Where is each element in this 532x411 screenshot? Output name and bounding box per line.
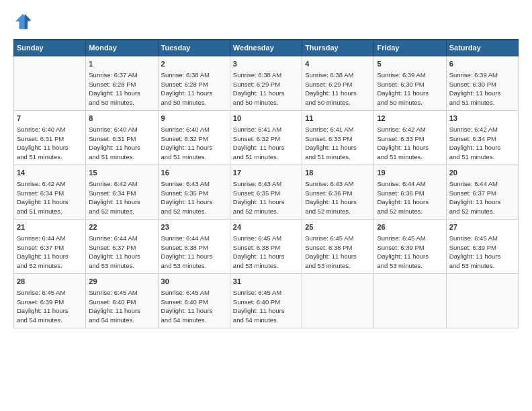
day-cell: 29Sunrise: 6:45 AMSunset: 6:40 PMDayligh… [86,274,158,328]
week-row-1: 1Sunrise: 6:37 AMSunset: 6:28 PMDaylight… [14,56,519,111]
day-number: 22 [89,222,154,233]
day-info: Sunset: 6:31 PM [17,134,83,144]
day-info: Daylight: 11 hours [305,143,371,152]
day-info: and 51 minutes. [233,152,299,162]
day-info: Sunrise: 6:45 AM [233,288,299,298]
day-number: 2 [161,59,227,70]
day-number: 5 [377,59,443,70]
day-info: Sunrise: 6:45 AM [161,288,227,298]
day-info: Sunset: 6:34 PM [449,134,515,144]
day-number: 12 [377,113,443,124]
day-info: Sunrise: 6:43 AM [161,179,227,189]
day-info: Sunset: 6:38 PM [305,243,371,253]
logo-icon [13,12,32,31]
day-info: Daylight: 11 hours [305,197,371,207]
svg-marker-0 [15,14,30,29]
day-info: Sunset: 6:37 PM [449,189,515,198]
day-info: Sunset: 6:29 PM [305,80,371,89]
day-info: Daylight: 11 hours [89,306,154,316]
header-cell-tuesday: Tuesday [158,40,230,56]
day-info: Sunrise: 6:43 AM [233,179,299,189]
day-cell: 22Sunrise: 6:44 AMSunset: 6:37 PMDayligh… [86,220,158,274]
day-info: and 51 minutes. [305,152,371,162]
day-number: 3 [233,59,299,70]
day-info: Sunset: 6:34 PM [89,189,154,198]
day-cell: 4Sunrise: 6:38 AMSunset: 6:29 PMDaylight… [302,56,374,111]
day-info: Daylight: 11 hours [17,143,83,152]
day-info: and 53 minutes. [89,261,154,271]
day-cell: 5Sunrise: 6:39 AMSunset: 6:30 PMDaylight… [374,56,446,111]
day-info: Daylight: 11 hours [233,143,299,152]
day-info: and 53 minutes. [233,261,299,271]
day-info: Daylight: 11 hours [89,197,154,207]
day-info: and 50 minutes. [305,98,371,107]
day-cell: 21Sunrise: 6:44 AMSunset: 6:37 PMDayligh… [14,220,86,274]
day-info: Daylight: 11 hours [17,252,83,261]
day-cell: 14Sunrise: 6:42 AMSunset: 6:34 PMDayligh… [14,165,86,220]
day-info: and 52 minutes. [305,207,371,216]
day-info: and 54 minutes. [89,316,154,325]
day-info: Sunset: 6:31 PM [89,134,154,144]
day-info: and 50 minutes. [377,98,443,107]
day-number: 7 [17,113,83,124]
day-info: Sunrise: 6:45 AM [89,288,154,298]
day-info: Daylight: 11 hours [233,252,299,261]
day-info: Sunset: 6:34 PM [17,189,83,198]
day-number: 17 [233,168,299,179]
day-info: Daylight: 11 hours [377,252,443,261]
day-cell: 19Sunrise: 6:44 AMSunset: 6:36 PMDayligh… [374,165,446,220]
day-cell: 25Sunrise: 6:45 AMSunset: 6:38 PMDayligh… [302,220,374,274]
day-number: 4 [305,59,371,70]
day-number: 24 [233,222,299,233]
day-info: Sunset: 6:40 PM [89,298,154,307]
day-info: Sunrise: 6:39 AM [377,71,443,80]
day-info: Daylight: 11 hours [233,306,299,316]
day-cell: 2Sunrise: 6:38 AMSunset: 6:28 PMDaylight… [158,56,230,111]
calendar-table: SundayMondayTuesdayWednesdayThursdayFrid… [13,39,519,328]
day-info: Sunrise: 6:42 AM [377,125,443,134]
day-info: Sunrise: 6:38 AM [305,71,371,80]
day-info: Sunset: 6:29 PM [233,80,299,89]
calendar-body: 1Sunrise: 6:37 AMSunset: 6:28 PMDaylight… [14,56,519,328]
day-number: 1 [89,59,154,70]
day-cell: 20Sunrise: 6:44 AMSunset: 6:37 PMDayligh… [446,165,518,220]
day-cell: 11Sunrise: 6:41 AMSunset: 6:33 PMDayligh… [302,111,374,165]
day-info: and 52 minutes. [161,207,227,216]
day-info: and 50 minutes. [89,98,154,107]
day-cell [374,274,446,328]
header-cell-wednesday: Wednesday [230,40,302,56]
day-cell [302,274,374,328]
day-info: Daylight: 11 hours [233,89,299,98]
day-info: and 51 minutes. [449,98,515,107]
header [13,12,519,31]
day-cell [446,274,518,328]
day-info: Daylight: 11 hours [161,143,227,152]
day-info: Daylight: 11 hours [89,143,154,152]
day-number: 15 [89,168,154,179]
day-info: and 52 minutes. [17,261,83,271]
day-info: and 54 minutes. [233,316,299,325]
day-info: Daylight: 11 hours [449,143,515,152]
day-info: Sunset: 6:38 PM [161,243,227,253]
day-info: Sunset: 6:39 PM [17,298,83,307]
day-cell: 13Sunrise: 6:42 AMSunset: 6:34 PMDayligh… [446,111,518,165]
day-info: and 53 minutes. [161,261,227,271]
day-info: Sunset: 6:40 PM [161,298,227,307]
day-info: Daylight: 11 hours [377,143,443,152]
day-info: and 53 minutes. [305,261,371,271]
day-number: 31 [233,277,299,287]
day-info: Daylight: 11 hours [377,89,443,98]
day-info: Sunrise: 6:45 AM [233,234,299,243]
day-cell: 9Sunrise: 6:40 AMSunset: 6:32 PMDaylight… [158,111,230,165]
day-number: 14 [17,168,83,179]
day-info: Sunrise: 6:38 AM [233,71,299,80]
day-number: 16 [161,168,227,179]
day-cell: 6Sunrise: 6:39 AMSunset: 6:30 PMDaylight… [446,56,518,111]
day-info: Sunset: 6:39 PM [449,243,515,253]
day-info: Daylight: 11 hours [449,197,515,207]
day-cell: 7Sunrise: 6:40 AMSunset: 6:31 PMDaylight… [14,111,86,165]
day-info: Daylight: 11 hours [161,252,227,261]
day-info: Daylight: 11 hours [449,252,515,261]
day-info: Sunrise: 6:43 AM [305,179,371,189]
day-info: Sunset: 6:33 PM [377,134,443,144]
